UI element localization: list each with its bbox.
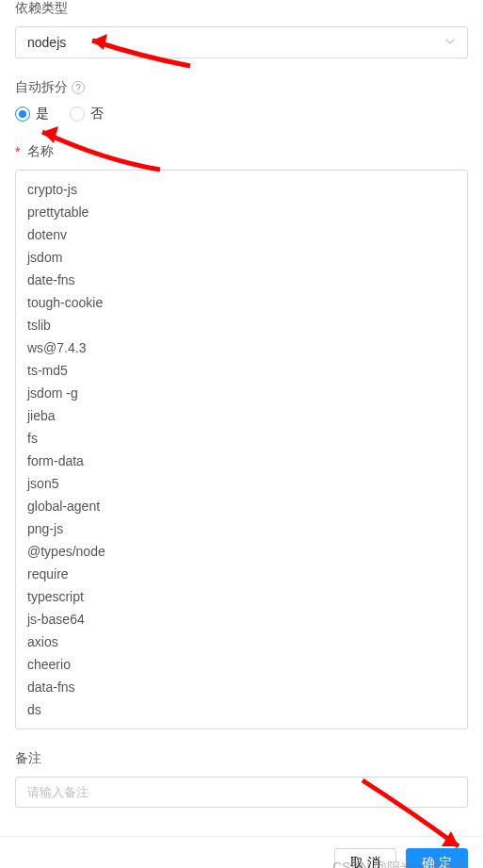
radio-yes-icon [15,106,30,122]
auto-split-label: 自动拆分 ? [15,79,468,96]
auto-split-radio-group: 是 否 [15,106,468,123]
dependency-type-label: 依赖类型 [15,0,468,17]
remark-section: 备注 [15,750,468,808]
dependency-type-select[interactable]: nodejs [15,26,468,58]
dependency-type-section: 依赖类型 nodejs [15,0,468,58]
radio-yes[interactable]: 是 [15,106,49,123]
chevron-down-icon [444,35,456,50]
remark-label: 备注 [15,750,468,767]
remark-input[interactable] [15,777,468,808]
name-textarea[interactable]: crypto-js prettytable dotenv jsdom date-… [15,170,468,729]
radio-no-label: 否 [90,106,104,123]
footer: 取 消 确 定 [0,836,483,868]
name-section: * 名称 crypto-js prettytable dotenv jsdom … [15,143,468,729]
radio-yes-label: 是 [36,106,49,123]
radio-no[interactable]: 否 [70,106,104,123]
required-mark: * [15,144,20,159]
name-label: * 名称 [15,143,468,160]
radio-no-icon [70,106,85,122]
cancel-button[interactable]: 取 消 [334,848,396,868]
dependency-type-value: nodejs [27,35,66,50]
confirm-button[interactable]: 确 定 [406,848,468,868]
auto-split-section: 自动拆分 ? 是 否 [15,79,468,123]
help-icon[interactable]: ? [72,81,85,94]
